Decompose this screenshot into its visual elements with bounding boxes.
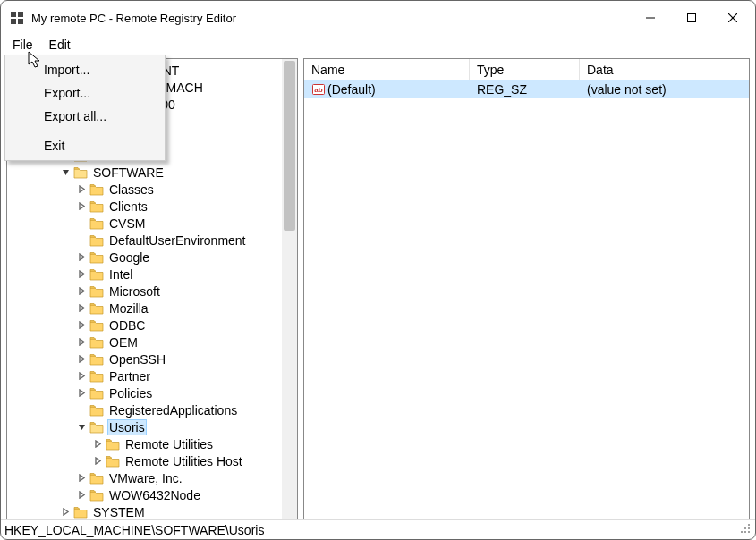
tree-label: Policies: [107, 386, 154, 401]
folder-icon: [73, 166, 88, 179]
app-icon: [10, 11, 24, 25]
list-rows: ab(Default)REG_SZ(value not set): [304, 80, 749, 519]
folder-icon: [89, 268, 104, 281]
expand-toggle-icon[interactable]: [75, 372, 88, 380]
tree-row[interactable]: CVSM: [7, 215, 282, 232]
expand-toggle-icon[interactable]: [75, 491, 88, 499]
folder-icon: [89, 183, 104, 196]
value-data: (value not set): [580, 80, 749, 98]
tree-label: Remote Utilities: [123, 437, 215, 451]
menu-export-all[interactable]: Export all...: [8, 105, 162, 128]
tree-row[interactable]: SYSTEM: [7, 503, 282, 519]
expand-toggle-icon[interactable]: [91, 457, 104, 465]
expand-toggle-icon[interactable]: [75, 304, 88, 312]
expand-toggle-icon[interactable]: [75, 474, 88, 482]
tree-label: Google: [107, 250, 151, 265]
expand-toggle-icon[interactable]: [75, 185, 88, 193]
col-type[interactable]: Type: [470, 59, 580, 80]
expand-toggle-icon[interactable]: [75, 423, 88, 431]
expand-toggle-icon[interactable]: [75, 389, 88, 397]
menu-edit[interactable]: Edit: [41, 37, 79, 53]
expand-toggle-icon[interactable]: [75, 338, 88, 346]
close-button[interactable]: [712, 4, 753, 31]
folder-icon: [89, 251, 104, 264]
col-name[interactable]: Name: [304, 59, 470, 80]
tree-row[interactable]: RegisteredApplications: [7, 401, 282, 418]
tree-row[interactable]: DefaultUserEnvironment: [7, 232, 282, 249]
tree-row[interactable]: Remote Utilities Host: [7, 452, 282, 469]
maximize-button[interactable]: [671, 4, 712, 31]
list-pane: Name Type Data ab(Default)REG_SZ(value n…: [303, 58, 750, 519]
statusbar: HKEY_LOCAL_MACHINE\SOFTWARE\Usoris: [1, 519, 755, 539]
tree-row[interactable]: WOW6432Node: [7, 486, 282, 503]
expand-toggle-icon[interactable]: [91, 440, 104, 448]
menu-exit[interactable]: Exit: [8, 134, 162, 157]
col-data[interactable]: Data: [580, 59, 749, 80]
resize-grip[interactable]: [739, 522, 752, 537]
svg-rect-13: [741, 531, 743, 533]
expand-toggle-icon[interactable]: [75, 287, 88, 295]
folder-icon: [89, 234, 104, 247]
minimize-button[interactable]: [630, 4, 671, 31]
folder-icon: [89, 336, 104, 349]
tree-row[interactable]: Intel: [7, 266, 282, 283]
tree-row[interactable]: Remote Utilities: [7, 435, 282, 452]
expand-toggle-icon[interactable]: [75, 321, 88, 329]
svg-rect-10: [748, 524, 750, 526]
tree-label: SYSTEM: [91, 505, 147, 519]
tree-row[interactable]: Usoris: [7, 418, 282, 435]
tree-label: Classes: [107, 182, 156, 197]
folder-icon: [89, 285, 104, 298]
status-path: HKEY_LOCAL_MACHINE\SOFTWARE\Usoris: [4, 523, 264, 537]
tree-label: RegisteredApplications: [107, 403, 239, 418]
tree-label: VMware, Inc.: [107, 471, 184, 485]
list-header: Name Type Data: [304, 59, 749, 80]
tree-label: Mozilla: [107, 301, 150, 316]
list-row[interactable]: ab(Default)REG_SZ(value not set): [304, 80, 749, 98]
tree-row[interactable]: Microsoft: [7, 283, 282, 300]
expand-toggle-icon[interactable]: [75, 270, 88, 278]
tree-row[interactable]: Clients: [7, 198, 282, 215]
tree-row[interactable]: OEM: [7, 333, 282, 350]
tree-label: WOW6432Node: [107, 488, 202, 502]
folder-icon: [89, 370, 104, 383]
expand-toggle-icon[interactable]: [75, 355, 88, 363]
tree-label: OEM: [107, 335, 140, 350]
tree-row[interactable]: Policies: [7, 384, 282, 401]
tree-row[interactable]: SOFTWARE: [7, 164, 282, 181]
menu-import[interactable]: Import...: [8, 58, 162, 81]
scrollbar-thumb[interactable]: [284, 61, 295, 231]
tree-label: ODBC: [107, 318, 147, 333]
expand-toggle-icon[interactable]: [59, 508, 72, 516]
tree-row[interactable]: Mozilla: [7, 300, 282, 316]
folder-icon: [89, 404, 104, 417]
folder-icon: [89, 319, 104, 332]
tree-row[interactable]: VMware, Inc.: [7, 469, 282, 486]
folder-icon: [89, 421, 104, 434]
svg-rect-15: [748, 531, 750, 533]
menu-file[interactable]: File: [4, 37, 41, 53]
tree-row[interactable]: Classes: [7, 181, 282, 198]
titlebar: My remote PC - Remote Registry Editor: [1, 1, 755, 35]
tree-row[interactable]: ODBC: [7, 316, 282, 333]
svg-rect-0: [11, 12, 16, 17]
expand-toggle-icon[interactable]: [75, 202, 88, 210]
value-name: (Default): [327, 82, 376, 97]
folder-icon: [89, 200, 104, 213]
tree-row[interactable]: Partner: [7, 367, 282, 384]
tree-row[interactable]: OpenSSH: [7, 350, 282, 367]
string-value-icon: ab: [311, 82, 326, 97]
tree-label: OpenSSH: [107, 352, 167, 367]
folder-icon: [89, 217, 104, 230]
tree-scrollbar[interactable]: [282, 59, 297, 519]
tree-label: CVSM: [107, 216, 147, 231]
tree-row[interactable]: Google: [7, 249, 282, 266]
menu-separator: [10, 131, 160, 131]
app-window: My remote PC - Remote Registry Editor Fi…: [0, 0, 756, 540]
expand-toggle-icon[interactable]: [75, 253, 88, 261]
expand-toggle-icon[interactable]: [59, 168, 72, 176]
tree-label: SOFTWARE: [91, 165, 166, 180]
folder-icon: [89, 387, 104, 400]
menu-export[interactable]: Export...: [8, 81, 162, 105]
value-type: REG_SZ: [470, 80, 580, 98]
